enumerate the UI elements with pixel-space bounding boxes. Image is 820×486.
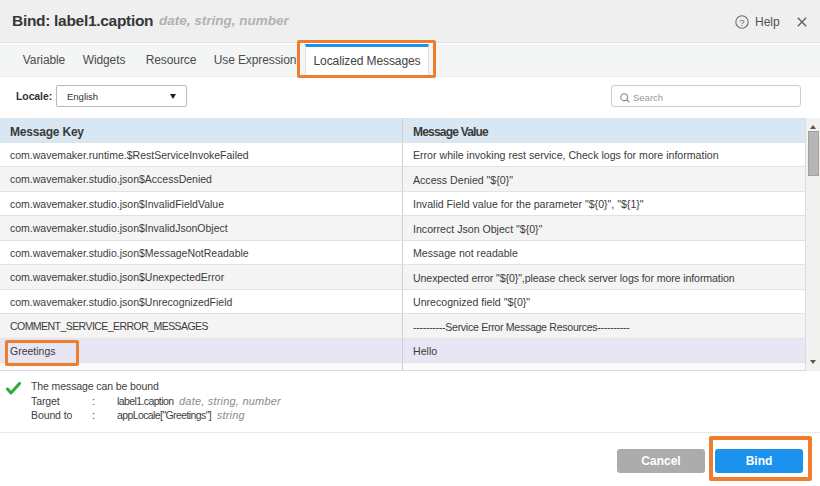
svg-text:?: ? xyxy=(739,17,744,28)
